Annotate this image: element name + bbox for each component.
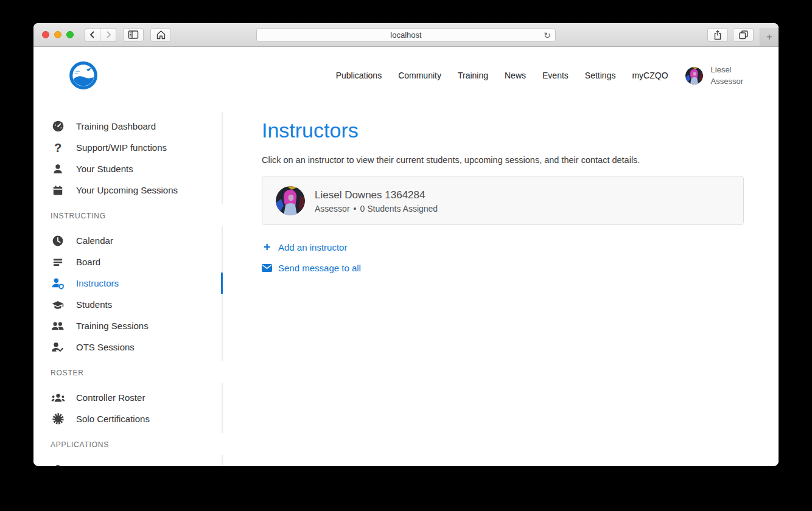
page-title: Instructors [262,117,744,143]
instructor-card[interactable]: Liesel Downes 1364284 Assessor•0 Student… [262,176,744,225]
person-shield-icon [51,276,65,291]
home-button[interactable] [150,28,171,42]
reload-icon[interactable]: ↻ [544,29,551,41]
sidebar-item-training-sessions[interactable]: Training Sessions [51,315,222,336]
instructor-name: Liesel Downes 1364284 [315,188,438,202]
instructor-info: Liesel Downes 1364284 Assessor•0 Student… [315,188,438,214]
question-icon: ? [51,141,65,155]
back-button[interactable] [85,28,100,42]
tabs-icon [738,30,749,40]
list-icon [51,255,65,269]
meta-separator: • [354,204,357,214]
sidebar-item-solo-certifications[interactable]: Solo Certifications [51,408,222,429]
seal-icon [51,412,65,426]
sidebar-section-instructing: INSTRUCTING [51,212,223,221]
sidebar-item-applications-partial[interactable] [51,459,222,466]
close-window-button[interactable] [42,31,49,38]
sidebar-item-label: Training Sessions [76,321,149,331]
browser-window: localhost ↻ + Publications Community [33,23,779,466]
sidebar-item-ots-sessions[interactable]: OTS Sessions [51,336,222,358]
nav-news[interactable]: News [505,71,526,80]
sidebar-item-your-students[interactable]: Your Students [51,158,222,179]
sidebar-item-label: Support/WIP functions [76,142,167,153]
sidebar-item-label: OTS Sessions [76,342,135,352]
person-icon [51,162,65,176]
sidebar-section-roster: ROSTER [51,369,223,378]
minimize-window-button[interactable] [54,31,61,38]
sidebar-item-label: Training Dashboard [76,121,156,131]
user-info: Liesel Assessor [711,64,743,87]
sidebar-item-label: Students [76,299,112,310]
instructors-page: Instructors Click on an instructor to vi… [223,104,779,466]
sidebar-item-label: Your Students [76,164,133,174]
new-tab-button[interactable]: + [760,28,779,46]
instructor-role: Assessor [315,204,350,214]
sidebar-item-label: Controller Roster [76,392,145,403]
toolbar-right-cluster: + [707,23,779,46]
sidebar-group-roster: Controller Roster Solo Certifications [51,383,223,433]
user-avatar [685,67,703,85]
user-menu[interactable]: Liesel Assessor [685,64,743,87]
speedometer-icon [51,119,65,134]
envelope-icon [262,264,272,272]
window-controls [42,31,74,38]
site-header: Publications Community Training News Eve… [33,47,779,104]
nav-settings[interactable]: Settings [585,71,616,80]
send-message-all-link[interactable]: Send message to all [262,260,744,275]
sidebar-panel-icon [128,30,139,40]
sidebar-item-board[interactable]: Board [51,251,222,273]
zoom-window-button[interactable] [66,31,74,38]
add-instructor-link[interactable]: + Add an instructor [262,240,744,254]
person-icon [51,462,65,467]
instructor-avatar [276,186,305,215]
page-description: Click on an instructor to view their cur… [262,155,744,165]
graduation-cap-icon [51,297,65,312]
nav-training[interactable]: Training [458,71,488,80]
browser-toolbar: localhost ↻ + [33,23,779,47]
sidebar-group-instructing: Calendar Board Instructors [51,226,223,361]
group-icon [51,391,65,405]
top-navigation: Publications Community Training News Eve… [336,71,668,80]
sidebar-item-label: Instructors [76,278,119,288]
forward-button[interactable] [100,28,116,42]
sidebar-group-applications [51,455,223,466]
chevron-right-icon [104,30,113,39]
add-instructor-label: Add an instructor [278,242,347,252]
sidebar-item-controller-roster[interactable]: Controller Roster [51,387,222,408]
sidebar-item-support-wip[interactable]: ? Support/WIP functions [51,137,222,158]
sidebar-item-students[interactable]: Students [51,294,222,315]
page-content: Training Dashboard ? Support/WIP functio… [33,104,779,466]
address-bar[interactable]: localhost ↻ [256,28,556,42]
history-nav-buttons [85,28,116,42]
sidebar-toggle-button[interactable] [123,28,144,42]
czqo-logo[interactable] [69,61,98,90]
tab-overview-button[interactable] [733,28,754,42]
sidebar-item-label: Solo Certifications [76,414,150,424]
nav-community[interactable]: Community [398,71,441,80]
user-role: Assessor [711,75,743,87]
nav-myczqo[interactable]: myCZQO [632,71,668,80]
sidebar-item-label: Calendar [76,235,113,246]
nav-publications[interactable]: Publications [336,71,382,80]
sidebar-item-instructors[interactable]: Instructors [51,273,222,294]
sidebar-group-personal: Training Dashboard ? Support/WIP functio… [51,112,223,204]
plus-icon: + [262,241,272,253]
nav-events[interactable]: Events [542,71,569,80]
sidebar-item-training-dashboard[interactable]: Training Dashboard [51,116,222,137]
sidebar-item-calendar[interactable]: Calendar [51,230,222,251]
address-bar-url: localhost [390,30,421,40]
share-icon [713,30,723,40]
sidebar-item-upcoming-sessions[interactable]: Your Upcoming Sessions [51,179,222,201]
people-icon [51,319,65,333]
chevron-left-icon [88,30,97,39]
calendar-icon [51,183,65,198]
sidebar-item-label: Your Upcoming Sessions [76,185,178,195]
sidebar-section-applications: APPLICATIONS [51,440,223,450]
person-check-icon [51,340,65,355]
plus-icon: + [766,31,772,43]
share-button[interactable] [707,28,728,42]
sidebar-item-label: Board [76,257,100,267]
user-name: Liesel [711,64,743,75]
training-sidebar: Training Dashboard ? Support/WIP functio… [33,104,223,466]
home-icon [156,30,166,40]
